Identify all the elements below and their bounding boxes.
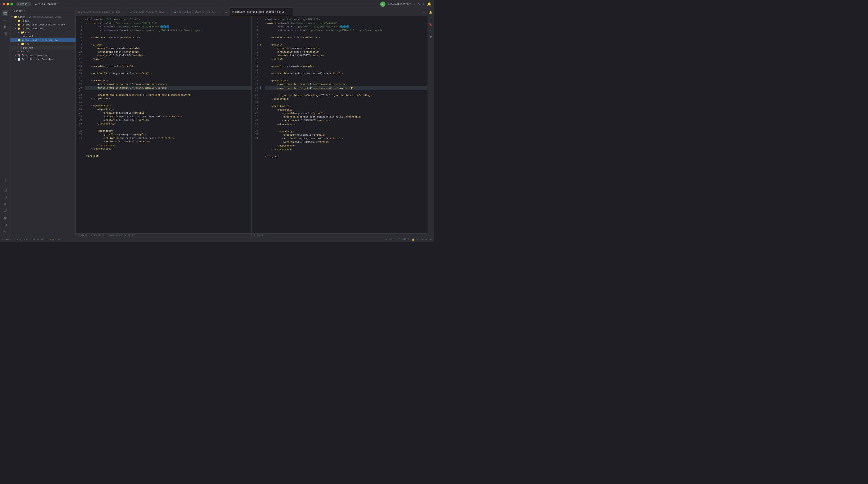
tree-item-scratches[interactable]: ▶ 📄 Scratches and Consoles <box>10 57 75 61</box>
rp-icon-cloud[interactable]: ☁ <box>428 16 433 21</box>
sidebar-icon-run[interactable] <box>2 201 8 207</box>
svg-point-9 <box>5 179 5 180</box>
tab-close-helloworld[interactable]: × <box>166 11 169 14</box>
editors-split: 12345 678910 1112131415 1617181920 21222… <box>76 16 427 237</box>
line-numbers-left: 12345 678910 1112131415 1617181920 21222… <box>76 16 84 233</box>
tab-pom-left[interactable]: m pom.xml (spring-boot-hello) × <box>76 8 127 16</box>
code-editor-left[interactable]: 12345 678910 1112131415 1617181920 21222… <box>76 16 251 233</box>
tab-icon-maven-left: m <box>79 11 80 14</box>
tab-starter-hello[interactable]: ● spring-boot-starter-hello/. × <box>172 8 223 16</box>
left-icon-bar <box>0 8 10 237</box>
tree-label-boot-hello: spring-boot-hello <box>22 27 46 30</box>
svg-marker-14 <box>4 203 6 205</box>
svg-point-3 <box>5 26 6 27</box>
breadcrumb-demo4-label: demo4 <box>5 238 11 241</box>
tree-label-idea: .idea <box>22 20 29 22</box>
tree-label-ext-libs: External Libraries <box>22 54 48 57</box>
code-editor-right[interactable]: 12345 678910 1112131415 1617181920 21222… <box>252 16 427 233</box>
line-numbers-right: 12345 678910 1112131415 1617181920 21222… <box>252 16 260 233</box>
status-cursor: 20:2 <box>390 238 395 241</box>
rp-icon-notifications[interactable]: 🔔 <box>428 10 433 15</box>
editor-area: m pom.xml (spring-boot-hello) × ☕ HelloW… <box>76 8 427 237</box>
tree-item-ext-libs[interactable]: ▶ 📚 External Libraries <box>10 53 75 57</box>
editor-breadcrumb-right: project <box>252 233 427 237</box>
svg-rect-12 <box>4 189 6 191</box>
sidebar-icon-info[interactable] <box>2 222 8 228</box>
rp-icon-maven-letter[interactable]: m <box>428 34 433 39</box>
app-name-badge[interactable]: m demo4 ∨ <box>16 2 31 6</box>
rp-icon-structure[interactable]: ≡ <box>428 28 433 33</box>
tree-item-autoconfiger[interactable]: ▶ 📁 spring-boot-autoconfiger-hello <box>10 23 75 27</box>
sidebar-icon-folder[interactable] <box>2 10 8 16</box>
status-lock-icon: 🔒 <box>412 238 414 241</box>
minimize-button[interactable] <box>6 3 9 5</box>
tree-item-pom2[interactable]: m pom.xml <box>10 46 75 50</box>
sidebar-icon-vcs2[interactable] <box>2 229 8 235</box>
tree-item-boot-hello[interactable]: ▼ 📁 spring-boot-hello <box>10 27 75 30</box>
svg-point-17 <box>5 224 5 225</box>
search-icon[interactable]: ⌕ <box>422 2 425 6</box>
run-config-label: Demo4Application <box>388 3 411 5</box>
version-control-label[interactable]: Version control ∨ <box>35 3 59 5</box>
sidebar-icon-search[interactable] <box>2 17 8 23</box>
breadcrumb-pom: pom.xml <box>53 238 62 241</box>
tree-item-src1[interactable]: ▶ 📁 src <box>10 30 75 34</box>
breadcrumb-project-right: project <box>254 234 264 236</box>
svg-rect-5 <box>4 33 5 34</box>
tree-label-autoconfiger: spring-boot-autoconfiger-hello <box>22 23 65 26</box>
editor-pane-left: 12345 678910 1112131415 1617181920 21222… <box>76 16 251 237</box>
tree-item-demo4[interactable]: ▼ 📁 demo4 ~/Desktop/CS/JavaEE/5 Java… <box>10 15 75 19</box>
svg-point-2 <box>4 26 5 27</box>
run-button[interactable]: ▶ <box>380 2 385 7</box>
status-linesep: LF <box>397 238 400 241</box>
maximize-button[interactable] <box>10 3 13 5</box>
tree-label-pom2: pom.xml <box>23 46 33 49</box>
tab-actions-right[interactable]: ⋯ <box>422 10 427 14</box>
sidebar-icon-terminal[interactable] <box>2 194 8 200</box>
tree-item-pom1[interactable]: m pom.xml <box>10 34 75 38</box>
gutter-left: m <box>260 16 264 233</box>
notification-area: 🔔 <box>427 2 431 6</box>
tabs-overflow-left[interactable]: ⋯ <box>223 10 228 14</box>
tree-label-demo4: demo4 <box>18 15 25 18</box>
sidebar-icon-more[interactable] <box>2 178 8 184</box>
main-layout: Project ∨ ▼ 📁 demo4 ~/Desktop/CS/JavaEE/… <box>0 8 434 237</box>
tree-label-pom1: pom.xml <box>23 35 33 38</box>
rp-icon-bookmarks[interactable]: 🔖 <box>428 22 433 27</box>
close-button[interactable] <box>3 3 5 5</box>
status-git-icon: ⇄ <box>430 238 431 241</box>
tab-label-starter-hello: spring-boot-starter-hello/. <box>177 11 216 13</box>
titlebar-right: ▶ Demo4Application ∨ ⚙ ⌕ 🔔 <box>380 2 431 7</box>
sidebar-icon-plugin[interactable] <box>2 31 8 37</box>
editor-breadcrumb-left: project › properties › maven.compiler.ta… <box>76 233 251 237</box>
tab-close-starter[interactable]: × <box>217 11 220 14</box>
tree-item-pom-root[interactable]: m pom.xml <box>10 50 75 53</box>
breadcrumb-project-left: project <box>78 234 87 236</box>
tabs-bar: m pom.xml (spring-boot-hello) × ☕ HelloW… <box>76 8 427 16</box>
sidebar-icon-git[interactable] <box>2 24 8 30</box>
tree-label-src2: src <box>25 43 29 45</box>
right-panel-icons: 🔔 ☁ 🔖 ≡ m <box>427 8 434 237</box>
status-bar-left: ⊙ demo4 › spring-boot-starter-hello › m … <box>3 238 62 241</box>
titlebar: m demo4 ∨ Version control ∨ ▶ Demo4Appli… <box>0 0 434 8</box>
tree-label-scratches: Scratches and Consoles <box>22 58 53 61</box>
svg-point-10 <box>5 181 5 181</box>
tree-item-idea[interactable]: ▶ 📁 .idea <box>10 19 75 23</box>
sidebar-icon-pen[interactable] <box>2 208 8 214</box>
sidebar-icon-plugins2[interactable] <box>2 187 8 193</box>
tree-label-pom-root: pom.xml <box>20 50 30 53</box>
build-icon[interactable]: ⚙ <box>418 2 420 6</box>
notifications-icon[interactable]: 🔔 <box>427 2 431 6</box>
tree-item-src2[interactable]: ▶ 📁 src <box>10 42 75 46</box>
project-panel-header[interactable]: Project ∨ <box>10 8 75 14</box>
code-content-left[interactable]: <?xml version="1.0" encoding="UTF-8"?> <… <box>84 16 251 233</box>
tree-item-starter-hello[interactable]: ▼ 📁 spring-boot-starter-hello <box>10 38 75 42</box>
tab-close-pom-left[interactable]: × <box>121 11 124 14</box>
tab-pom-right[interactable]: m pom.xml (spring-boot-starter-hello) × <box>230 8 293 16</box>
svg-rect-6 <box>5 33 6 34</box>
code-content-right[interactable]: <?xml version="1.0" encoding="UTF-8"?> <… <box>264 16 427 233</box>
sidebar-icon-db[interactable] <box>2 215 8 221</box>
status-indicator-green: ✓ <box>386 238 387 241</box>
tab-close-pom-right[interactable]: × <box>287 10 290 13</box>
tab-helloworld[interactable]: ☕ HelloWorldService.java × <box>127 8 172 16</box>
